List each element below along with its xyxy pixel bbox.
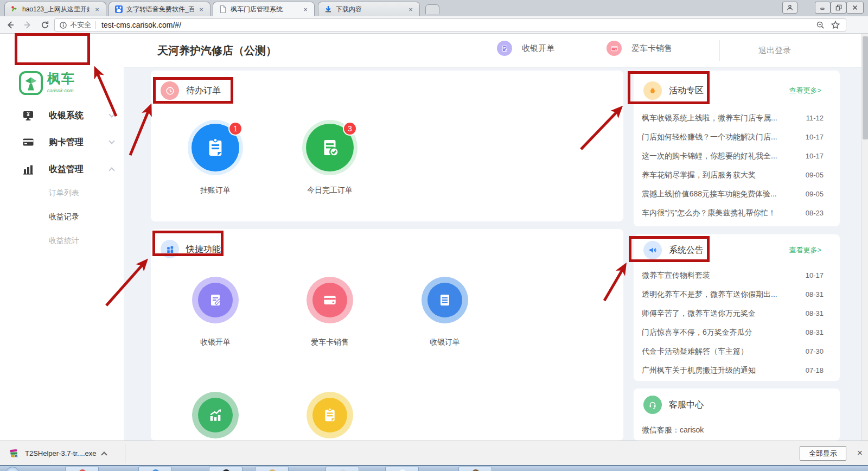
logout-button[interactable]: 退出登录 xyxy=(758,46,791,56)
taskbar-app-1[interactable] xyxy=(65,467,99,471)
show-all-downloads-button[interactable]: 全部显示 xyxy=(800,446,846,461)
section-title: 客服中心 xyxy=(669,399,704,411)
new-tab-button[interactable] xyxy=(425,4,439,14)
quick-account-orders[interactable] xyxy=(292,392,368,438)
download-bar-divider xyxy=(125,444,125,463)
item-date: 11-12 xyxy=(806,114,824,122)
list-item[interactable]: 广州枫车关于机房搬迁升级的通知07-18 xyxy=(642,361,824,380)
zoom-out-icon[interactable] xyxy=(816,21,825,30)
list-item[interactable]: 师傅辛苦了，微养车送你万元奖金08-31 xyxy=(642,304,824,323)
tab-close-icon[interactable]: × xyxy=(93,5,101,14)
page: hao123_上网从这里开始 × 文字转语音免费软件_百... × 枫车门店管理… xyxy=(0,0,868,471)
taskbar-app-6[interactable] xyxy=(385,467,419,471)
downloaded-file-button[interactable]: T2SHelper-3.7-tr....exe xyxy=(9,445,106,462)
reload-button[interactable] xyxy=(38,18,52,32)
quick-earnings-stats[interactable] xyxy=(177,392,253,438)
download-bar-close-icon[interactable]: × xyxy=(857,448,863,459)
hao123-icon xyxy=(10,5,19,14)
header-card-sale-button[interactable]: 爱车卡销售 xyxy=(607,41,672,56)
security-label[interactable]: 不安全 xyxy=(70,20,91,30)
icon-label: 爱车卡销售 xyxy=(292,338,368,347)
info-icon xyxy=(59,21,67,29)
logo-text: 枫车 xyxy=(47,71,75,86)
sidebar-subitem-order-list[interactable]: 订单列表 xyxy=(49,188,79,198)
activity-more-link[interactable]: 查看更多> xyxy=(789,86,821,96)
list-item[interactable]: 震撼上线|价值688元接车功能免费体验...09-05 xyxy=(642,184,824,203)
profile-button[interactable] xyxy=(782,2,797,14)
tab-carisok-cms[interactable]: 枫车门店管理系统 × xyxy=(213,2,315,16)
person-icon xyxy=(786,4,794,11)
scrollbar-thumb[interactable] xyxy=(863,36,868,139)
pending-account-orders[interactable]: 1 挂账订单 xyxy=(177,124,253,195)
headset-icon xyxy=(643,396,662,414)
page-scrollbar[interactable] xyxy=(861,34,868,441)
forward-button[interactable] xyxy=(21,18,35,32)
logo-domain: carisok·com xyxy=(47,88,74,93)
todo-orders-panel: 待办订单 1 挂账订单 3 今日完工订单 xyxy=(151,71,623,221)
bookmark-star-icon[interactable] xyxy=(831,20,840,30)
list-item[interactable]: 透明化养车不是梦，微养车送你假期出...08-31 xyxy=(642,285,824,304)
omnibox-divider xyxy=(95,21,96,29)
taskbar-app-4[interactable] xyxy=(255,467,289,471)
winrar-file-icon xyxy=(9,448,20,459)
quick-billing[interactable]: 收银开单 xyxy=(177,277,253,347)
header-billing-button[interactable]: 收银开单 xyxy=(497,41,554,56)
sidebar-item-cashier-system[interactable]: 收银系统 xyxy=(0,105,124,126)
url-bar[interactable]: 不安全 test-cms.carisok.com/#/ xyxy=(54,18,846,31)
header-action-label: 收银开单 xyxy=(522,43,554,54)
quick-cashier-orders[interactable]: 收银订单 xyxy=(407,277,483,347)
windows-taskbar[interactable] xyxy=(0,465,868,471)
header-divider xyxy=(719,40,720,61)
list-item[interactable]: 代金卡活动疑难解答（车主篇）07-30 xyxy=(642,342,824,361)
tab-title: 文字转语音免费软件_百... xyxy=(126,5,194,14)
chevron-up-icon xyxy=(108,167,114,173)
tab-hao123[interactable]: hao123_上网从这里开始 × xyxy=(4,2,106,16)
quick-functions-panel: 快捷功能 收银开单 爱车卡销售 收银订单 xyxy=(151,229,623,441)
list-item[interactable]: 车内很“污”怎么办？康美兹携礼帮你忙！08-23 xyxy=(642,203,824,222)
sidebar-item-earnings-management[interactable]: 收益管理 xyxy=(0,158,124,180)
tab-close-icon[interactable]: × xyxy=(301,5,310,14)
list-item[interactable]: 养车花销尽掌握，到店服务获大奖09-05 xyxy=(642,166,824,184)
today-finished-orders[interactable]: 3 今日完工订单 xyxy=(292,124,368,195)
taskbar-app-3[interactable] xyxy=(209,467,242,471)
notice-more-link[interactable]: 查看更多> xyxy=(789,245,821,255)
carisok-logo[interactable]: 枫车 carisok·com xyxy=(18,71,75,96)
tab-downloads[interactable]: 下载内容 × xyxy=(318,2,420,16)
list-item[interactable]: 门店惊喜享不停，6万奖金齐瓜分08-31 xyxy=(642,323,824,342)
clipboard-icon xyxy=(321,406,339,424)
taskbar-app-7[interactable] xyxy=(458,467,492,471)
grid-icon xyxy=(161,240,179,258)
list-item[interactable]: 微养车宣传物料套装10-17 xyxy=(642,266,824,285)
list-item[interactable]: 门店如何轻松赚钱？一个功能解决门店...10-17 xyxy=(642,128,824,147)
baidu-icon xyxy=(114,5,123,14)
tab-tts[interactable]: 文字转语音免费软件_百... × xyxy=(108,2,210,16)
doc-lines-icon xyxy=(436,291,454,309)
section-title: 待办订单 xyxy=(186,85,221,97)
item-title: 门店惊喜享不停，6万奖金齐瓜分 xyxy=(642,328,752,338)
tab-close-icon[interactable]: × xyxy=(406,5,415,14)
customer-service-panel: 客服中心 微信客服：carisok xyxy=(634,389,840,441)
back-button[interactable] xyxy=(3,18,17,32)
list-item[interactable]: 这一次的购卡锦鲤，你想要的好礼我全...10-17 xyxy=(642,147,824,166)
close-window-button[interactable] xyxy=(846,2,864,14)
doc-pen-icon xyxy=(497,41,512,56)
bank-card-icon xyxy=(321,291,339,309)
taskbar-app-2[interactable] xyxy=(138,467,172,471)
list-item[interactable]: 枫车收银系统上线啦，微养车门店专属...11-12 xyxy=(642,109,824,128)
restore-button[interactable] xyxy=(831,2,846,14)
reload-icon xyxy=(40,20,50,30)
sidebar-subitem-earnings-record[interactable]: 收益记录 xyxy=(49,212,79,222)
chevron-up-icon[interactable] xyxy=(101,451,107,457)
url-text[interactable]: test-cms.carisok.com/#/ xyxy=(101,21,181,29)
item-title: 代金卡活动疑难解答（车主篇） xyxy=(642,347,748,357)
tab-close-icon[interactable]: × xyxy=(197,5,206,14)
taskbar-app-5[interactable] xyxy=(326,467,359,471)
item-title: 这一次的购卡锦鲤，你想要的好礼我全... xyxy=(642,151,777,161)
sidebar-item-card-management[interactable]: 购卡管理 xyxy=(0,131,124,153)
minimize-button[interactable] xyxy=(815,2,831,14)
activity-list: 枫车收银系统上线啦，微养车门店专属...11-12 门店如何轻松赚钱？一个功能解… xyxy=(642,109,824,222)
item-date: 07-30 xyxy=(806,347,824,355)
quick-card-sale[interactable]: 爱车卡销售 xyxy=(292,277,368,347)
start-orb-icon[interactable] xyxy=(5,467,20,471)
sidebar-subitem-earnings-stats[interactable]: 收益统计 xyxy=(49,236,79,246)
